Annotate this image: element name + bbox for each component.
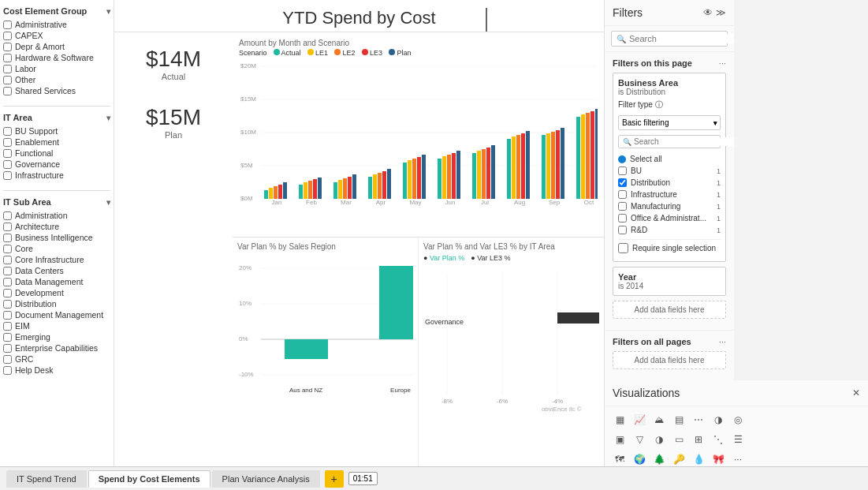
tab-plan-variance-analysis[interactable]: Plan Variance Analysis (212, 470, 320, 488)
rd-filter-item[interactable]: R&D 1 (618, 224, 721, 236)
viz-map-icon[interactable]: 🗺 (611, 451, 628, 466)
filters-on-all-more[interactable]: ··· (719, 337, 726, 346)
filter-eye-icon[interactable]: 👁 (703, 7, 713, 18)
viz-gauge-icon[interactable]: ◑ (650, 431, 668, 448)
bu-filter-item[interactable]: BU 1 (618, 165, 721, 177)
viz-table-icon[interactable]: ⊞ (690, 431, 707, 448)
viz-key-influencer-icon[interactable]: 🔑 (670, 451, 687, 466)
filter-item[interactable]: Shared Services (3, 85, 110, 96)
it-sub-area-group: IT Sub Area ▾ Administration Architectur… (3, 197, 110, 376)
viz-ribbon-icon[interactable]: 🎀 (710, 451, 727, 466)
filter-item[interactable]: Administration (3, 210, 110, 221)
actual-kpi-value: $14M (121, 47, 226, 72)
add-tab-button[interactable]: + (325, 470, 344, 488)
viz-more-icon[interactable]: ··· (729, 451, 747, 466)
svg-rect-24 (352, 174, 356, 199)
svg-rect-34 (422, 155, 426, 199)
center-content: YTD Spend by Cost $14M Actual $15M Plan … (114, 0, 604, 466)
select-all-item[interactable]: Select all (618, 153, 721, 165)
filter-item[interactable]: Distribution (3, 298, 110, 309)
manufacturing-filter-item[interactable]: Manufacturing 1 (618, 200, 721, 212)
filter-item[interactable]: Core (3, 243, 110, 254)
svg-rect-23 (348, 177, 352, 199)
svg-rect-108 (557, 312, 599, 324)
viz-stacked-bar-icon[interactable]: ▤ (670, 411, 687, 428)
filter-item[interactable]: Architecture (3, 221, 110, 232)
filter-more-icon[interactable]: ≫ (716, 7, 726, 18)
svg-rect-54 (561, 128, 564, 199)
filter-item[interactable]: Administrative (3, 19, 110, 30)
filter-item[interactable]: Help Desk (3, 365, 110, 376)
svg-rect-18 (313, 179, 317, 199)
it-sub-area-chevron-icon: ▾ (106, 198, 110, 207)
viz-donut-icon[interactable]: ◎ (729, 411, 747, 428)
filter-item[interactable]: CAPEX (3, 30, 110, 41)
filter-inner-search-icon: 🔍 (623, 138, 631, 146)
year-filter-sub: is 2014 (618, 282, 721, 290)
tab-spend-by-cost-elements[interactable]: Spend by Cost Elements (88, 470, 210, 488)
filter-item[interactable]: Infrastructure (3, 170, 110, 181)
svg-rect-16 (304, 182, 307, 199)
viz-area-chart-icon[interactable]: ⛰ (650, 411, 668, 428)
viz-waterfall-icon[interactable]: 💧 (690, 451, 707, 466)
infrastructure-filter-item[interactable]: Infrastructure 1 (618, 189, 721, 200)
filters-search-input[interactable] (629, 34, 734, 43)
add-data-fields-button[interactable]: Add data fields here (613, 301, 726, 319)
filter-item[interactable]: Governance (3, 159, 110, 170)
viz-pie-icon[interactable]: ◑ (710, 411, 727, 428)
cost-element-group-title[interactable]: Cost Element Group ▾ (3, 6, 110, 16)
viz-treemap-icon[interactable]: ▣ (611, 431, 628, 448)
viz-slicer-icon[interactable]: ☰ (729, 431, 747, 448)
viz-line-chart-icon[interactable]: 📈 (631, 411, 648, 428)
filter-type-select[interactable]: Basic filtering (618, 115, 721, 130)
viz-bar-chart-icon[interactable]: ▦ (611, 411, 628, 428)
filter-item[interactable]: GRC (3, 353, 110, 365)
filter-item[interactable]: Core Infrastructure (3, 254, 110, 265)
page-title: YTD Spend by Cost (114, 0, 604, 32)
filter-item[interactable]: Depr & Amort (3, 41, 110, 52)
viz-matrix-icon[interactable]: ⋱ (710, 431, 727, 448)
require-single[interactable]: Require single selection (618, 239, 721, 256)
filter-item[interactable]: EIM (3, 320, 110, 331)
filter-item[interactable]: BU Support (3, 125, 110, 137)
bottom-charts: Var Plan % by Sales Region 20% 10% 0% -1… (233, 238, 604, 466)
main-area: Cost Element Group ▾ Administrative CAPE… (0, 0, 868, 466)
viz-row-3: 🗺 🌍 🌲 🔑 💧 🎀 ··· (611, 451, 862, 466)
it-area-chart-title: Var Plan % and Var LE3 % by IT Area (423, 242, 599, 251)
viz-scatter-icon[interactable]: ⋯ (690, 411, 707, 428)
filters-on-page-more[interactable]: ··· (719, 58, 726, 68)
filter-item[interactable]: Business Intelligence (3, 232, 110, 243)
filter-type-info: ⓘ (655, 100, 663, 109)
filter-type-wrapper[interactable]: Basic filtering ▾ (618, 115, 721, 130)
viz-card-icon[interactable]: ▭ (670, 431, 687, 448)
filter-item[interactable]: Enablement (3, 137, 110, 148)
filter-item[interactable]: Labor (3, 63, 110, 74)
filter-item[interactable]: Functional (3, 148, 110, 159)
filter-item[interactable]: Data Centers (3, 265, 110, 276)
svg-text:Feb: Feb (306, 199, 317, 206)
viz-funnel-icon[interactable]: ▽ (631, 431, 648, 448)
svg-rect-12 (274, 186, 278, 199)
distribution-filter-item[interactable]: Distribution 1 (618, 177, 721, 189)
viz-decomp-tree-icon[interactable]: 🌲 (650, 451, 668, 466)
filter-item[interactable]: Other (3, 74, 110, 85)
filter-item[interactable]: Enterprise Capabilities (3, 342, 110, 353)
filter-inner-search-input[interactable] (634, 137, 734, 146)
filter-item[interactable]: Development (3, 287, 110, 298)
filter-item[interactable]: Hardware & Software (3, 52, 110, 63)
svg-text:Mar: Mar (341, 199, 352, 206)
viz-filled-map-icon[interactable]: 🌍 (631, 451, 648, 466)
viz-close-icon[interactable]: ✕ (852, 387, 860, 398)
scenario-label: Scenario (239, 49, 267, 57)
filter-type-label: Filter type ⓘ (618, 99, 663, 110)
it-area-group-title[interactable]: IT Area ▾ (3, 113, 110, 122)
svg-rect-52 (551, 132, 555, 199)
it-sub-area-group-title[interactable]: IT Sub Area ▾ (3, 197, 110, 207)
filters-panel: Filters 👁 ≫ 🔍 Filters on this page ··· (604, 0, 734, 380)
filter-item[interactable]: Document Management (3, 309, 110, 320)
tab-it-spend-trend[interactable]: IT Spend Trend (6, 470, 87, 488)
filter-item[interactable]: Emerging (3, 331, 110, 342)
filter-item[interactable]: Data Management (3, 276, 110, 287)
add-data-all-button[interactable]: Add data fields here (613, 351, 726, 369)
office-filter-item[interactable]: Office & Administrat... 1 (618, 212, 721, 224)
